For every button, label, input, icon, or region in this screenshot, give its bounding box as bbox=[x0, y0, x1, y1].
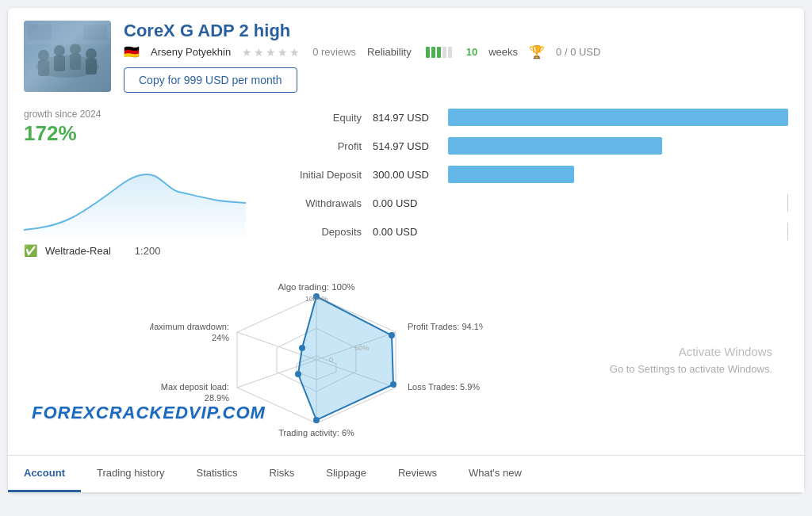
reliability-bars bbox=[426, 47, 452, 58]
growth-label: growth since 2024 bbox=[24, 109, 262, 120]
tab-statistics[interactable]: Statistics bbox=[181, 456, 254, 492]
broker-row: ✅ Weltrade-Real 1:200 bbox=[24, 244, 262, 257]
bar-track-deposit bbox=[448, 166, 788, 183]
svg-text:50%: 50% bbox=[354, 344, 369, 352]
rel-bar-5 bbox=[448, 47, 452, 58]
leverage-value: 1:200 bbox=[135, 245, 161, 257]
svg-rect-6 bbox=[38, 60, 49, 76]
stat-label-profit: Profit bbox=[285, 140, 373, 152]
bar-fill-profit bbox=[448, 137, 662, 155]
svg-point-28 bbox=[299, 345, 305, 351]
svg-point-2 bbox=[38, 50, 49, 61]
bar-fill-equity bbox=[448, 109, 788, 126]
reviews-count: 0 reviews bbox=[312, 46, 356, 58]
rel-bar-1 bbox=[426, 47, 430, 58]
stats-section: growth since 2024 172% bbox=[24, 102, 788, 257]
svg-rect-11 bbox=[28, 25, 52, 40]
trophy-value: 0 / 0 USD bbox=[556, 46, 600, 58]
watermark: FOREXCRACKEDVIP.COM bbox=[32, 403, 266, 423]
header-row: CoreX G ADP 2 high 🇩🇪 Arseny Potyekhin ★… bbox=[24, 21, 788, 93]
bar-track-deposits bbox=[448, 223, 788, 240]
reliability-label: Reliability bbox=[367, 46, 412, 58]
svg-point-27 bbox=[295, 371, 301, 377]
tab-slippage[interactable]: Slippage bbox=[310, 456, 382, 492]
svg-text:0: 0 bbox=[329, 356, 333, 364]
stat-label-deposits: Deposits bbox=[285, 226, 373, 238]
broker-check-icon: ✅ bbox=[24, 244, 37, 257]
stat-label-equity: Equity bbox=[285, 112, 373, 124]
weeks-label: weeks bbox=[488, 46, 518, 58]
stat-row-equity: Equity 814.97 USD bbox=[285, 109, 788, 126]
product-title: CoreX G ADP 2 high bbox=[124, 21, 788, 41]
bar-divider-deposits bbox=[787, 223, 788, 240]
bar-track-equity bbox=[448, 109, 788, 126]
activate-windows-panel: Activate Windows Go to Settings to activ… bbox=[610, 342, 788, 378]
tab-account[interactable]: Account bbox=[8, 456, 81, 492]
activate-subtitle: Go to Settings to activate Windows. bbox=[610, 361, 772, 378]
stat-label-withdrawals: Withdrawals bbox=[285, 197, 373, 209]
stat-row-deposit: Initial Deposit 300.00 USD bbox=[285, 166, 788, 183]
stat-row-deposits: Deposits 0.00 USD bbox=[285, 223, 788, 240]
chart-area bbox=[24, 151, 246, 238]
bottom-tabs: Account Trading history Statistics Risks… bbox=[8, 455, 804, 492]
svg-point-4 bbox=[70, 44, 81, 55]
tab-risks[interactable]: Risks bbox=[254, 456, 311, 492]
svg-rect-9 bbox=[86, 59, 97, 75]
stat-row-withdrawals: Withdrawals 0.00 USD bbox=[285, 194, 788, 212]
bar-track-withdrawals bbox=[448, 194, 788, 212]
svg-point-26 bbox=[313, 417, 320, 423]
radar-section: FOREXCRACKEDVIP.COM bbox=[24, 265, 788, 455]
svg-text:Loss Trades: 5.9%: Loss Trades: 5.9% bbox=[408, 382, 480, 392]
main-card: CoreX G ADP 2 high 🇩🇪 Arseny Potyekhin ★… bbox=[8, 8, 804, 492]
header-info: CoreX G ADP 2 high 🇩🇪 Arseny Potyekhin ★… bbox=[124, 21, 788, 93]
broker-name: Weltrade-Real bbox=[45, 245, 111, 257]
svg-text:28.9%: 28.9% bbox=[205, 393, 229, 403]
svg-text:Profit Trades: 94.1%: Profit Trades: 94.1% bbox=[408, 322, 483, 331]
rel-bar-4 bbox=[442, 47, 446, 58]
stat-value-deposit: 300.00 USD bbox=[373, 169, 448, 181]
stat-value-withdrawals: 0.00 USD bbox=[373, 197, 448, 209]
weeks-value: 10 bbox=[466, 46, 477, 58]
meta-row: 🇩🇪 Arseny Potyekhin ★★★★★ 0 reviews Reli… bbox=[124, 44, 788, 59]
svg-marker-22 bbox=[298, 296, 393, 420]
growth-chart: growth since 2024 172% bbox=[24, 102, 262, 257]
svg-point-3 bbox=[54, 45, 65, 56]
stat-row-profit: Profit 514.97 USD bbox=[285, 137, 788, 155]
growth-pct: 172% bbox=[24, 121, 262, 146]
author-name: Arseny Potyekhin bbox=[151, 46, 231, 58]
svg-point-24 bbox=[389, 332, 395, 338]
svg-text:Algo trading: 100%: Algo trading: 100% bbox=[278, 282, 355, 292]
stat-label-deposit: Initial Deposit bbox=[285, 169, 373, 181]
svg-text:24%: 24% bbox=[212, 333, 229, 342]
bar-fill-deposit bbox=[448, 166, 574, 183]
bar-stats: Equity 814.97 USD Profit 514.97 USD Init… bbox=[262, 102, 788, 257]
radar-container: FOREXCRACKEDVIP.COM bbox=[24, 273, 610, 447]
svg-rect-7 bbox=[54, 55, 65, 71]
tab-trading-history[interactable]: Trading history bbox=[81, 456, 181, 492]
svg-text:100+%: 100+% bbox=[305, 295, 327, 303]
svg-point-25 bbox=[390, 381, 396, 388]
stat-value-equity: 814.97 USD bbox=[373, 112, 448, 124]
svg-rect-8 bbox=[70, 54, 81, 70]
copy-button[interactable]: Copy for 999 USD per month bbox=[124, 67, 297, 93]
rel-bar-3 bbox=[437, 47, 441, 58]
bar-track-profit bbox=[448, 137, 788, 155]
stat-value-profit: 514.97 USD bbox=[373, 140, 448, 152]
star-rating: ★★★★★ bbox=[242, 46, 301, 59]
svg-text:Trading activity: 6%: Trading activity: 6% bbox=[279, 428, 355, 438]
bar-divider-withdrawals bbox=[787, 194, 788, 212]
avatar bbox=[24, 21, 111, 92]
tab-reviews[interactable]: Reviews bbox=[382, 456, 453, 492]
stat-value-deposits: 0.00 USD bbox=[373, 226, 448, 238]
rel-bar-2 bbox=[431, 47, 435, 58]
tab-whats-new[interactable]: What's new bbox=[453, 456, 538, 492]
svg-rect-12 bbox=[83, 25, 107, 40]
svg-point-5 bbox=[86, 48, 97, 59]
svg-text:Max deposit load:: Max deposit load: bbox=[161, 382, 229, 392]
svg-text:Maximum drawdown:: Maximum drawdown: bbox=[150, 322, 229, 331]
flag-icon: 🇩🇪 bbox=[124, 44, 140, 59]
trophy-icon: 🏆 bbox=[529, 44, 545, 59]
activate-title: Activate Windows bbox=[610, 342, 772, 361]
